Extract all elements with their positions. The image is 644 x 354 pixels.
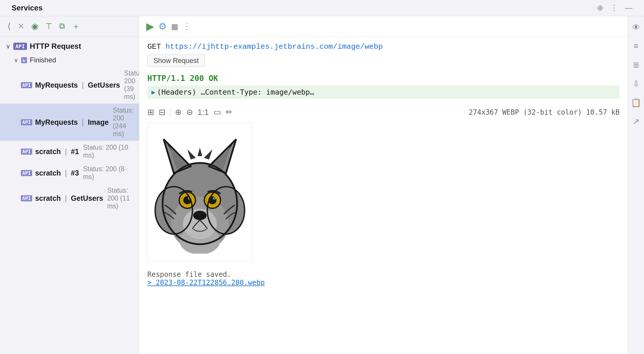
- url-line: GET https://ijhttp-examples.jetbrains.co…: [147, 42, 620, 51]
- close-icon[interactable]: ✕: [16, 20, 26, 33]
- add-icon[interactable]: ＋: [70, 19, 82, 34]
- navigate-back-icon[interactable]: ⟨: [6, 20, 12, 33]
- http-status: HTTP/1.1 200 OK: [147, 74, 620, 83]
- app-window: Services ⊕ ⋮ — ⟨ ✕ ◉ ⊤ ⧉ ＋ ∨ A: [0, 0, 644, 354]
- right-toolbar: ▶ ⚙ ◼ ⋮: [139, 16, 628, 37]
- item-badge-3: API: [21, 149, 32, 155]
- svg-point-25: [213, 196, 216, 200]
- request-url: https://ijhttp-examples.jetbrains.com/im…: [165, 42, 383, 51]
- title-bar: Services ⊕ ⋮ —: [0, 0, 644, 16]
- response-saved-text: Response file saved.: [147, 270, 620, 279]
- sub-refresh-icon: ↻: [21, 57, 27, 63]
- more-icon[interactable]: ⋮: [610, 3, 618, 12]
- app-title: Services: [12, 3, 597, 12]
- more-options-button[interactable]: ⋮: [183, 21, 191, 31]
- view-icon[interactable]: ◉: [30, 20, 40, 33]
- svg-point-17: [201, 215, 205, 217]
- svg-marker-8: [204, 149, 212, 160]
- export-icon[interactable]: ↗: [631, 115, 641, 128]
- stop-button[interactable]: ◼: [171, 21, 179, 32]
- image-container: [147, 123, 252, 262]
- tree-item-scratch-getusers[interactable]: API scratch | GetUsers Status: 200 (11 m…: [0, 184, 139, 213]
- response-link[interactable]: > 2023-08-22T122856.200.webp: [147, 279, 620, 287]
- clipboard-icon[interactable]: 📋: [629, 96, 643, 109]
- group-icon[interactable]: ⧉: [57, 20, 67, 33]
- response-footer: Response file saved. > 2023-08-22T122856…: [147, 270, 620, 287]
- zoom-in-icon[interactable]: ⊕: [175, 107, 182, 117]
- fit-icon[interactable]: ⊞: [147, 107, 154, 117]
- http-method: GET: [147, 42, 165, 51]
- api-badge: API: [13, 43, 27, 50]
- tree-item-myrequests-image[interactable]: API MyRequests | Image Status: 200 (244 …: [0, 104, 139, 141]
- item-badge-2: API: [21, 119, 32, 125]
- svg-point-16: [195, 215, 199, 217]
- show-request-button[interactable]: Show Request: [147, 55, 205, 67]
- list-icon[interactable]: ≡: [632, 40, 640, 53]
- minimize-icon[interactable]: —: [625, 3, 632, 12]
- tree-area: ∨ API HTTP Request ∨ ↻ Finished API MyRe…: [0, 37, 139, 354]
- filter-icon[interactable]: ⊤: [44, 20, 54, 33]
- headers-text: (Headers) …Content-Type: image/webp…: [157, 88, 314, 96]
- debug-button[interactable]: ⚙: [158, 21, 167, 32]
- add-icon[interactable]: ⊕: [597, 3, 603, 12]
- item-badge-5: API: [21, 195, 32, 201]
- right-sidebar: 👁 ≡ ≣ ⇩ 📋 ↗: [628, 16, 644, 354]
- tree-group-http-request[interactable]: ∨ API HTTP Request: [0, 39, 139, 54]
- eyedropper-icon[interactable]: ✏: [226, 107, 232, 117]
- group-chevron: ∨: [6, 43, 10, 50]
- right-panel: ▶ ⚙ ◼ ⋮ GET https://ijhttp-examples.jetb…: [139, 16, 628, 354]
- tree-item-myrequests-getusers[interactable]: API MyRequests | GetUsers Status: 200 (3…: [0, 66, 139, 104]
- main-area: ⟨ ✕ ◉ ⊤ ⧉ ＋ ∨ API HTTP Request ∨ ↻: [0, 16, 644, 354]
- tree-sub-finished[interactable]: ∨ ↻ Finished: [0, 54, 139, 66]
- group-label: HTTP Request: [30, 42, 81, 51]
- image-toolbar: ⊞ ⊟ ⊕ ⊖ 1:1 ▭ ✏ 274x367 WEBP (32-bit col…: [147, 104, 620, 120]
- list-alt-icon[interactable]: ≣: [631, 58, 641, 71]
- right-content: GET https://ijhttp-examples.jetbrains.co…: [139, 37, 628, 354]
- grid-icon[interactable]: ⊟: [159, 107, 165, 117]
- separator-1: [170, 108, 170, 116]
- svg-marker-7: [187, 149, 196, 160]
- zoom-out-icon[interactable]: ⊖: [186, 107, 193, 117]
- sub-label: Finished: [30, 56, 56, 64]
- image-icon[interactable]: ▭: [214, 107, 221, 117]
- tree-item-scratch-3[interactable]: API scratch | #3 Status: 200 (8 ms): [0, 162, 139, 184]
- zoom-1-1[interactable]: 1:1: [198, 108, 209, 117]
- image-info: 274x367 WEBP (32-bit color) 10.57 kB: [469, 108, 620, 116]
- title-bar-actions: ⊕ ⋮ —: [597, 3, 632, 12]
- wolf-image: [153, 129, 246, 254]
- svg-marker-9: [198, 148, 202, 156]
- eye-icon[interactable]: 👁: [630, 21, 642, 34]
- item-badge-1: API: [21, 82, 32, 88]
- run-button[interactable]: ▶: [146, 20, 154, 32]
- headers-caret-icon: ▶: [151, 88, 155, 96]
- sub-chevron: ∨: [14, 57, 18, 64]
- left-toolbar: ⟨ ✕ ◉ ⊤ ⧉ ＋: [0, 16, 139, 37]
- item-badge-4: API: [21, 170, 32, 176]
- tree-item-scratch-1[interactable]: API scratch | #1 Status: 200 (10 ms): [0, 141, 139, 162]
- left-panel: ⟨ ✕ ◉ ⊤ ⧉ ＋ ∨ API HTTP Request ∨ ↻: [0, 16, 139, 354]
- headers-line[interactable]: ▶ (Headers) …Content-Type: image/webp…: [147, 86, 620, 99]
- list-down-icon[interactable]: ⇩: [631, 77, 641, 90]
